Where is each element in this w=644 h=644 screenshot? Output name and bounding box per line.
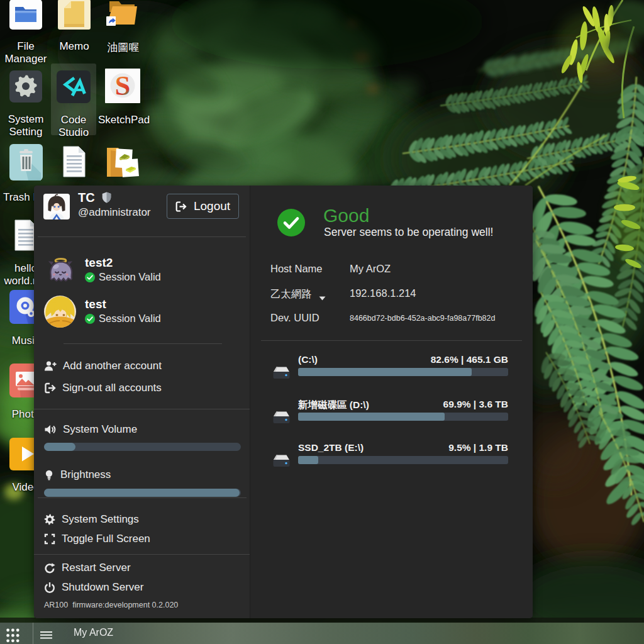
svg-text:S: S	[115, 70, 130, 101]
